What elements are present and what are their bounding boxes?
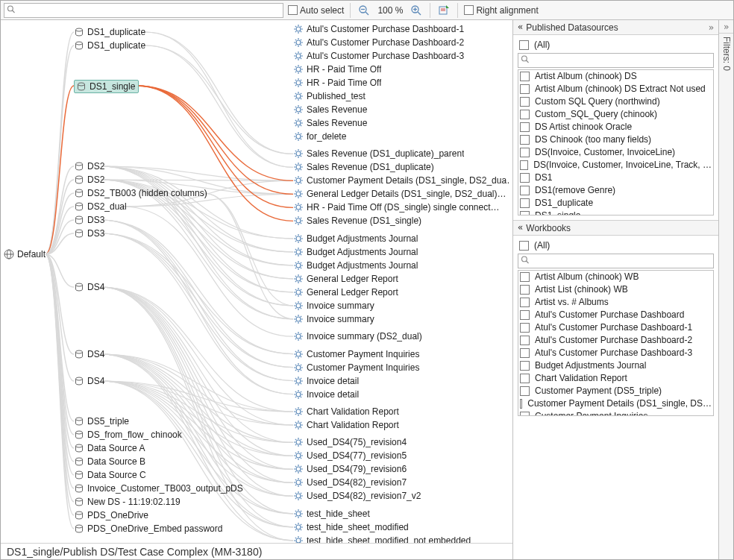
ds-node[interactable]: DS2 [74, 174, 104, 186]
auto-select-checkbox[interactable]: Auto select [288, 5, 344, 16]
panel-wb-item[interactable]: Customer Payment (DS5_triple) [518, 385, 713, 397]
wb-node[interactable]: Invoice detail [293, 388, 359, 400]
wb-node[interactable]: Budget Adjustments Journal [293, 259, 418, 271]
wb-node[interactable]: Budget Adjustments Journal [293, 233, 418, 245]
wb-node[interactable]: Sales Revenue (DS1_duplicate) [293, 161, 434, 173]
ds-node[interactable]: Invoice_Customer_TB003_output_pDS [74, 482, 243, 494]
panel-ds-search-input[interactable] [518, 53, 714, 68]
ds-node[interactable]: DS1_duplicate [74, 40, 145, 51]
ds-node[interactable]: DS1_duplicate [74, 26, 145, 38]
wb-node[interactable]: HR - Paid Time Off [293, 63, 381, 75]
wb-node[interactable]: Used_DS4(79)_revision6 [293, 463, 407, 475]
panel-ds-item[interactable]: DS Chinook (too many fields) [518, 133, 713, 146]
select-all-ds[interactable]: (All) [518, 38, 714, 51]
panel-wb-item[interactable]: Customer Payment Inquiries [518, 410, 713, 416]
wb-node[interactable]: Atul's Customer Purchase Dashboard-1 [293, 23, 464, 35]
panel-ds-item[interactable]: DS1_single [518, 210, 713, 215]
wb-node[interactable]: Used_DS4(82)_revision7_v2 [293, 490, 421, 502]
wb-node[interactable]: General Ledger Report [293, 273, 398, 285]
filters-strip[interactable]: » Filters: 0 [718, 20, 733, 559]
panel-ds-item[interactable]: DS1 [518, 172, 713, 184]
ds-node[interactable]: DS_from_flow_ chinook [74, 429, 182, 441]
chevron-right-icon[interactable]: » [719, 20, 733, 34]
panel-wb-item[interactable]: Customer Payment Details (DS1_single, DS… [518, 397, 713, 410]
panel-wb-item[interactable]: Artist Album (chinook) WB [518, 271, 713, 283]
wb-node[interactable]: HR - Paid Time Off [293, 77, 381, 89]
root-node[interactable]: Default [4, 248, 46, 260]
wb-node[interactable]: Atul's Customer Purchase Dashboard-2 [293, 37, 464, 48]
panel-wb-item[interactable]: Artist vs. # Albums [518, 296, 713, 309]
panel-ds-item[interactable]: Artist Album (chinook) DS [518, 70, 713, 83]
wb-node[interactable]: General Ledger Details (DS1_single, DS2_… [293, 188, 506, 200]
wb-node[interactable]: Used_DS4(82)_revision7 [293, 476, 407, 488]
panel-wb-list[interactable]: Artist Album (chinook) WBArtist List (ch… [518, 270, 714, 416]
panel-wb-search-input[interactable] [518, 254, 714, 268]
panel-wb-item[interactable]: Budget Adjustments Journal [518, 359, 713, 372]
wb-node[interactable]: Sales Revenue (DS1_single) [293, 215, 421, 227]
ds-node[interactable]: DS5_triple [74, 415, 129, 427]
ds-node[interactable]: DS2_dual [74, 201, 127, 213]
panel-wb-item[interactable]: Atul's Customer Purchase Dashboard-2 [518, 334, 713, 347]
ds-node[interactable]: PDS_OneDrive_Embed password [74, 523, 222, 535]
diagram-canvas[interactable]: DS1_duplicateDS1_duplicateDS1_singleDS2D… [1, 20, 512, 543]
wb-node[interactable]: Sales Revenue [293, 104, 367, 116]
wb-node[interactable]: Sales Revenue (DS1_duplicate)_parent [293, 148, 464, 160]
wb-node[interactable]: Used_DS4(77)_revision5 [293, 450, 407, 462]
panel-wb-item[interactable]: Artist List (chinook) WB [518, 283, 713, 296]
wb-node[interactable]: Budget Adjustments Journal [293, 246, 418, 258]
chevron-right-icon[interactable]: » [709, 22, 714, 33]
right-alignment-checkbox[interactable]: Right alignment [464, 5, 538, 16]
wb-node[interactable]: Invoice summary [293, 300, 374, 312]
ds-node[interactable]: Data Source A [74, 442, 145, 454]
wb-node[interactable]: for_delete [293, 130, 346, 142]
panel-ds-item[interactable]: DS1(remove Genre) [518, 184, 713, 197]
wb-node[interactable]: Customer Payment Inquiries [293, 348, 419, 360]
zoom-out-button[interactable] [357, 3, 371, 18]
panel-ds-item[interactable]: Custom SQL Query (northwind) [518, 95, 713, 108]
wb-node[interactable]: Invoice detail [293, 375, 359, 387]
panel-ds-item[interactable]: DS(Invoice, Customer, InvoiceLine) [518, 146, 713, 159]
panel-wb-item[interactable]: Chart Validation Report [518, 372, 713, 385]
ds-node[interactable]: DS1_single [74, 80, 139, 93]
wb-node[interactable]: Chart Validation Report [293, 406, 399, 418]
wb-node[interactable]: Invoice summary (DS2_dual) [293, 330, 422, 342]
wb-node[interactable]: Published_test [293, 90, 366, 102]
wb-node[interactable]: Invoice summary [293, 313, 374, 325]
wb-node[interactable]: test_hide_sheet_modified_not embedded [293, 535, 471, 543]
ds-node[interactable]: Data Source B [74, 456, 145, 468]
panel-ds-item[interactable]: Custom_SQL_Query (chinook) [518, 108, 713, 121]
search-input[interactable] [4, 3, 283, 18]
ds-node[interactable]: DS3 [74, 214, 104, 226]
wb-node[interactable]: Atul's Customer Purchase Dashboard-3 [293, 50, 464, 62]
wb-node[interactable]: Customer Payment Inquiries [293, 362, 419, 374]
wb-node[interactable]: Used_DS4(75)_revision4 [293, 436, 407, 448]
ds-node[interactable]: DS4 [74, 281, 104, 293]
panel-ds-list[interactable]: Artist Album (chinook) DSArtist Album (c… [518, 69, 714, 215]
wb-node[interactable]: HR - Paid Time Off (DS_single) single co… [293, 201, 500, 213]
wb-node[interactable]: test_hide_sheet_modified [293, 521, 409, 533]
wb-node[interactable]: Customer Payment Details (DS1_single, DS… [293, 174, 509, 186]
panel-ds-item[interactable]: DS Artist chinook Oracle [518, 121, 713, 133]
panel-header-ds[interactable]: « Published Datasources » [513, 20, 718, 35]
panel-wb-item[interactable]: Atul's Customer Purchase Dashboard [518, 309, 713, 321]
ds-node[interactable]: Data Source C [74, 469, 146, 481]
zoom-in-button[interactable] [409, 3, 424, 18]
wb-node[interactable]: test_hide_sheet [293, 508, 370, 520]
select-all-wb[interactable]: (All) [518, 239, 714, 252]
ds-node[interactable]: DS4 [74, 375, 104, 387]
panel-ds-item[interactable]: DS1_duplicate [518, 197, 713, 210]
ds-node[interactable]: New DS - 11:19:02.119 [74, 496, 181, 508]
ds-node[interactable]: DS2_TB003 (hidden columns) [74, 187, 207, 199]
panel-ds-item[interactable]: Artist Album (chinook) DS Extract Not us… [518, 83, 713, 95]
panel-ds-item[interactable]: DS(Invoice, Customer, InvoiceLine, Track… [518, 159, 713, 172]
panel-wb-item[interactable]: Atul's Customer Purchase Dashboard-3 [518, 347, 713, 359]
wb-node[interactable]: Chart Validation Report [293, 419, 399, 431]
ds-node[interactable]: PDS_OneDrive [74, 509, 148, 521]
ds-node[interactable]: DS3 [74, 227, 104, 239]
wb-node[interactable]: General Ledger Report [293, 286, 398, 298]
wb-node[interactable]: Sales Revenue [293, 117, 367, 129]
ds-node[interactable]: DS4 [74, 348, 104, 360]
panel-header-wb[interactable]: « Workbooks [513, 221, 718, 236]
export-button[interactable] [436, 3, 451, 18]
ds-node[interactable]: DS2 [74, 160, 104, 172]
